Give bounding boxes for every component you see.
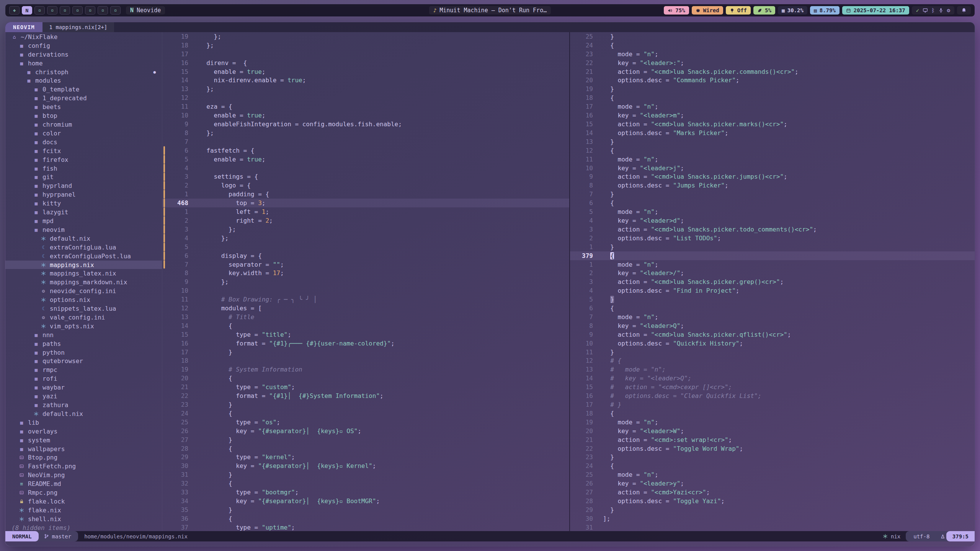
code-line[interactable]: 1 left = 1; — [162, 207, 569, 216]
code-line[interactable]: 7 — [162, 137, 569, 146]
network-widget[interactable]: Wired — [692, 6, 723, 15]
code-line[interactable]: 6 fastfetch = { — [162, 146, 569, 155]
tree-item-zathura[interactable]: ■zathura — [5, 401, 162, 409]
code-line[interactable]: 2 options.desc = "List TODOs"; — [570, 234, 975, 243]
code-line[interactable]: 8 key.width = 17; — [162, 269, 569, 277]
code-line[interactable]: 10 options.desc = "Quickfix History"; — [570, 339, 975, 348]
tree-item-color[interactable]: ■color — [5, 129, 162, 138]
code-line[interactable]: 25 mode = "n"; — [570, 470, 975, 479]
tree-item-firefox[interactable]: ■firefox — [5, 155, 162, 164]
tree-item-yazi[interactable]: ■yazi — [5, 392, 162, 401]
tree-item-fcitx[interactable]: ■fcitx — [5, 147, 162, 155]
code-line[interactable]: 14 options.desc = "Marks Picker"; — [570, 129, 975, 137]
code-line[interactable]: 11 } — [570, 348, 975, 357]
code-line[interactable]: 18 { — [570, 409, 975, 418]
code-line[interactable]: 15 # action = "<cmd>cexpr []<cr>"; — [570, 383, 975, 391]
code-line[interactable]: 13 # mode = "n"; — [570, 365, 975, 374]
tree-item-vim-opts-nix[interactable]: vim_opts.nix — [5, 322, 162, 331]
tree-item-rmpc[interactable]: ■rmpc — [5, 365, 162, 374]
code-line[interactable]: 28 { — [162, 444, 569, 453]
code-line[interactable]: 4 key = "<leader>d"; — [570, 216, 975, 225]
code-line[interactable]: 22 options.desc = "Toggle Word Wrap"; — [570, 444, 975, 453]
code-line[interactable]: 3 settings = { — [162, 173, 569, 181]
code-line[interactable]: 29 type = "kernel"; — [162, 453, 569, 462]
code-line[interactable]: 9 enableFishIntegration = config.modules… — [162, 120, 569, 129]
tree-item-docs[interactable]: ■docs — [5, 138, 162, 147]
tree-item-fish[interactable]: ■fish — [5, 164, 162, 173]
tab-mappings-nix[interactable]: 1 mappings.nix[2+] — [42, 22, 114, 32]
workspace-5[interactable]: ▫ — [60, 6, 70, 15]
tree-item-nixflake[interactable]: ⌂~/NixFlake — [5, 33, 162, 41]
tree-item-default-nix[interactable]: default.nix — [5, 409, 162, 418]
code-line[interactable]: 34 key = "{#separator}│ {keys}▫ BootMGR"… — [162, 497, 569, 505]
code-line[interactable]: 11 # Box Drawing: ╭ ─ ╮ ╰ ╯ │ — [162, 295, 569, 304]
git-branch[interactable]: master — [34, 531, 78, 541]
tree-item-overlays[interactable]: ■overlays — [5, 427, 162, 436]
tree-item-rmpc-png[interactable]: Rmpc.png — [5, 488, 162, 497]
code-line[interactable]: 14 nix-direnv.enable = true; — [162, 76, 569, 85]
code-line[interactable]: 16 format = "{#1}╭─── {#}{user-name-colo… — [162, 339, 569, 348]
code-line[interactable]: 4 options.desc = "Find in Project"; — [570, 286, 975, 295]
code-line[interactable]: 18 { — [570, 93, 975, 102]
code-line[interactable]: 379 { — [570, 251, 975, 260]
code-line[interactable]: 14 # key = "<leader>Q"; — [570, 374, 975, 383]
tree-item-chromium[interactable]: ■chromium — [5, 120, 162, 129]
code-line[interactable]: 31 — [570, 523, 975, 531]
code-line[interactable]: 27 } — [162, 435, 569, 444]
code-pane-left[interactable]: 19 };18 };1716 direnv = {15 enable = tru… — [162, 32, 569, 531]
code-line[interactable]: 21 action = "<cmd>lua Snacks.picker.comm… — [570, 67, 975, 76]
idle-inhibitor-widget[interactable]: Off — [726, 6, 751, 15]
code-line[interactable]: 25 type = "os"; — [162, 418, 569, 427]
display-icon[interactable] — [923, 8, 928, 13]
code-line[interactable]: 2 right = 2; — [162, 216, 569, 225]
code-line[interactable]: 17 } — [162, 348, 569, 357]
code-line[interactable]: 16 key = "<leader>m"; — [570, 111, 975, 120]
tree-item-options-nix[interactable]: options.nix — [5, 295, 162, 304]
tree-item-christoph[interactable]: ■christoph● — [5, 68, 162, 77]
code-line[interactable]: 1 mode = "n"; — [570, 260, 975, 269]
code-line[interactable]: 14 { — [162, 321, 569, 330]
code-line[interactable]: 21 type = "custom"; — [162, 383, 569, 391]
tree-item-rofi[interactable]: ■rofi — [5, 374, 162, 383]
bluetooth-icon[interactable]: ᛒ — [931, 8, 934, 13]
code-line[interactable]: 5 mode = "n"; — [570, 207, 975, 216]
code-line[interactable]: 17 — [162, 50, 569, 59]
tree-item-git[interactable]: ■git — [5, 173, 162, 182]
code-line[interactable]: 8 }; — [162, 129, 569, 137]
code-line[interactable]: 5 } — [570, 295, 975, 304]
code-line[interactable]: 13 } — [570, 137, 975, 146]
code-line[interactable]: 12 { — [570, 146, 975, 155]
code-line[interactable]: 468 top = 3; — [162, 199, 569, 207]
mic-icon[interactable] — [938, 8, 944, 13]
tree-item-flake-nix[interactable]: flake.nix — [5, 506, 162, 515]
code-line[interactable]: 33 type = "bootmgr"; — [162, 488, 569, 497]
code-line[interactable]: 12 — [162, 93, 569, 102]
code-line[interactable]: 20 key = "<leader>W"; — [570, 427, 975, 435]
code-line[interactable]: 9 action = "<cmd>lua Snacks.picker.jumps… — [570, 173, 975, 181]
tree-item-nnn[interactable]: ■nnn — [5, 331, 162, 339]
workspace-3[interactable]: ▫ — [34, 6, 45, 15]
code-line[interactable]: 17 # } — [570, 400, 975, 409]
code-line[interactable]: 17 mode = "n"; — [570, 102, 975, 111]
tree-item-python[interactable]: ■python — [5, 348, 162, 357]
tree-item-beets[interactable]: ■beets — [5, 103, 162, 111]
code-line[interactable]: 7 separator = ""; — [162, 260, 569, 269]
code-line[interactable]: 30 key = "{#separator}│ {keys}▫ Kernel"; — [162, 461, 569, 470]
code-line[interactable]: 7 } — [570, 190, 975, 199]
tree-item-mappings-nix[interactable]: mappings.nix — [5, 261, 162, 269]
code-line[interactable]: 23 mode = "n"; — [570, 50, 975, 59]
tree-item-mappings-markdown-nix[interactable]: mappings_markdown.nix — [5, 278, 162, 287]
code-line[interactable]: 6 { — [570, 199, 975, 207]
tree-item-snippets-latex-lua[interactable]: ☾snippets_latex.lua — [5, 304, 162, 313]
code-pane-right[interactable]: 25 }24 {23 mode = "n";22 key = "<leader>… — [569, 32, 975, 531]
tree-item-shell-nix[interactable]: shell.nix — [5, 515, 162, 523]
code-line[interactable]: 1 padding = { — [162, 190, 569, 199]
memory-widget[interactable]: ▤8.79% — [810, 6, 840, 15]
tree-item-home[interactable]: ■home — [5, 59, 162, 68]
code-line[interactable]: 37 type = "uptime"; — [162, 523, 569, 531]
code-line[interactable]: 27 action = "<cmd>Yazi<cr>"; — [570, 488, 975, 497]
code-line[interactable]: 12 # { — [570, 357, 975, 365]
code-line[interactable]: 25 } — [570, 32, 975, 41]
code-line[interactable]: 19 } — [570, 85, 975, 93]
notifications-widget[interactable] — [957, 6, 971, 15]
